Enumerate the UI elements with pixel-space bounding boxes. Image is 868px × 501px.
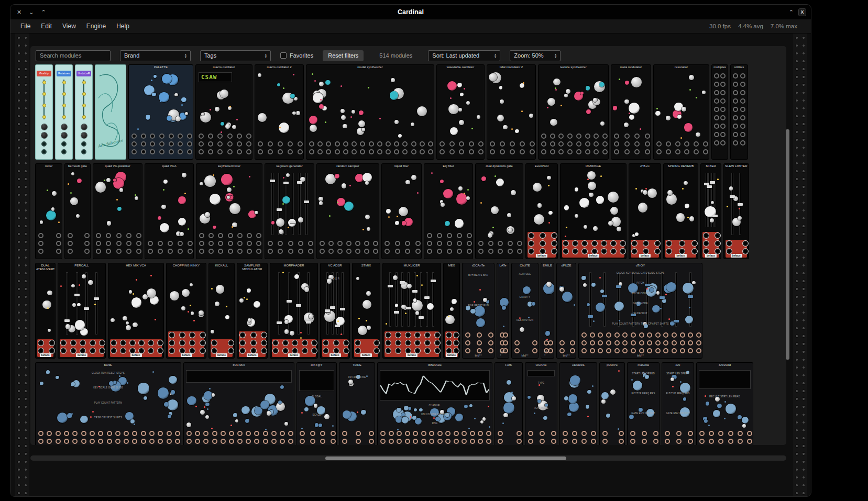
- jack-port: [120, 340, 126, 346]
- tags-dropdown[interactable]: Tags ▴▾: [200, 50, 271, 61]
- module-hex-mix-vca[interactable]: HEX MIX VCAbefaco: [108, 263, 163, 358]
- module-macro-oscillator[interactable]: macro oscillatorCSAW: [196, 65, 252, 159]
- module-dtroy[interactable]: dTrOYCLOCK KEY SCALE GATE SLIDE STEPSPIT…: [579, 263, 702, 358]
- zoom-dropdown[interactable]: Zoom: 50% ▴▾: [510, 50, 561, 61]
- module-quad-vc-polarizer[interactable]: quad VC-polarizer: [93, 164, 142, 259]
- module-chopping-kinky[interactable]: CHOPPING KINKYbefaco: [167, 263, 206, 358]
- module-keyframer-mixer[interactable]: keyframer/mixer: [196, 164, 262, 259]
- module-mex[interactable]: MEXbefaco: [444, 263, 459, 358]
- jack-port: [344, 340, 349, 346]
- module-meta-modulator[interactable]: meta modulator: [611, 65, 651, 159]
- module-oa[interactable]: oAïSTART LEN SPEEDFLT/TYP FREQ RESGATE E…: [662, 363, 694, 445]
- module-bordl[interactable]: bordLCLOCK RUN RESET STEPSKEY SCALE GATE…: [36, 363, 181, 445]
- brand-dropdown[interactable]: Brand ▴▾: [120, 50, 191, 61]
- module-stmix[interactable]: STMIXbefaco: [353, 263, 380, 358]
- module-grabby[interactable]: Grabby: [36, 65, 52, 159]
- menu-help[interactable]: Help: [112, 21, 134, 31]
- menu-edit[interactable]: Edit: [36, 21, 57, 31]
- vertical-scrollbar[interactable]: [786, 129, 789, 360]
- module-dual-dynamics-gate[interactable]: dual dynamics gate: [476, 164, 523, 259]
- expand-icon[interactable]: ⌃: [41, 5, 46, 19]
- module-tiare[interactable]: TiAREFM FREQ FINEbId°°: [339, 363, 375, 445]
- module-wavetable-oscillator[interactable]: wavetable oscillator: [437, 65, 484, 159]
- module-texture-synthesizer[interactable]: texture synthesizer: [539, 65, 608, 159]
- module-a-b-c[interactable]: A*B+Cbefaco: [629, 164, 661, 259]
- favorites-checkbox[interactable]: [280, 52, 287, 59]
- slider-handle: [304, 201, 309, 203]
- jack-port: [477, 340, 482, 346]
- module-rampage[interactable]: RAMPAGEbefaco: [561, 164, 626, 259]
- module-sampling-modulator[interactable]: SAMPLING MODULATORbefaco: [237, 263, 267, 358]
- module-magma[interactable]: maGmaSTART LEN SPEEDFLT/TYP FREQ RESGATE…: [628, 363, 659, 445]
- jack-port: [126, 249, 131, 254]
- module-bernoulli-gate[interactable]: bernoulli gate: [65, 164, 90, 259]
- jack-port: [298, 249, 303, 254]
- module-zo-ma[interactable]: zOù MAïbId°°: [184, 363, 294, 445]
- module-tidal-modulator-2[interactable]: tidal modulator 2: [487, 65, 535, 159]
- module-canard[interactable]: cANARdREC G/T STRT LEN READbId°°: [697, 363, 753, 445]
- led: [417, 192, 419, 194]
- module-mixer[interactable]: MIXERbefaco: [701, 164, 721, 259]
- module-macro-oscillator-2[interactable]: macro oscillator 2: [255, 65, 303, 159]
- module-percall[interactable]: PERCALLbefaco: [58, 263, 105, 358]
- jack-port: [126, 241, 131, 246]
- small-knob: [133, 322, 138, 328]
- module-mixer[interactable]: mixer: [36, 164, 62, 259]
- sort-dropdown[interactable]: Sort: Last updated ▴▾: [428, 50, 500, 61]
- horizontal-scrollbar[interactable]: [30, 455, 786, 461]
- module-limonade[interactable]: lIMonADeCHANNELUNI I/O FINE FM SCANRNGbI…: [378, 363, 492, 445]
- module-utilities[interactable]: utilities: [731, 65, 748, 159]
- menu-view[interactable]: View: [58, 21, 81, 31]
- jack-port: [733, 90, 738, 95]
- module-modal-synthesizer[interactable]: modal synthesizer: [306, 65, 434, 159]
- module-evenvco[interactable]: EvenVCObefaco: [526, 164, 557, 259]
- jack-port: [540, 439, 545, 444]
- module-rotatoes[interactable]: Rotatoes: [56, 65, 72, 159]
- module-morphader[interactable]: MORPHADERbefaco: [270, 263, 317, 358]
- module-undular[interactable]: UnduLaR: [75, 65, 92, 159]
- jack-port: [273, 340, 278, 346]
- reset-filters-button[interactable]: Reset filters: [323, 50, 364, 61]
- module-dual-atenuverter[interactable]: DUAL ATENUVERTERbefaco: [36, 263, 55, 358]
- module-poulpe[interactable]: pOUlPebId°°: [600, 363, 624, 445]
- collapse-icon[interactable]: ⌃: [789, 5, 794, 19]
- module-dfuze[interactable]: dFUZEbId°°: [557, 263, 576, 358]
- shade-icon[interactable]: ⌄: [29, 5, 34, 19]
- horizontal-scrollbar-thumb[interactable]: [325, 457, 566, 460]
- led: [300, 332, 302, 333]
- app-icon[interactable]: X: [798, 8, 806, 16]
- favorites-filter[interactable]: Favorites: [280, 52, 313, 59]
- module-palette[interactable]: PALETTE: [129, 65, 193, 159]
- close-icon[interactable]: ✕: [17, 5, 21, 19]
- slider: [390, 273, 391, 326]
- module-multiples[interactable]: multiples: [712, 65, 728, 159]
- small-knob: [742, 424, 745, 427]
- module-resonator[interactable]: resonator: [654, 65, 709, 159]
- module-edsaros[interactable]: eDsaroSbId°°: [560, 363, 597, 445]
- module-spring-reverb[interactable]: SPRING REVERBbefaco: [664, 164, 698, 259]
- led: [489, 426, 490, 428]
- module-kickall[interactable]: KICKALLbefaco: [209, 263, 234, 358]
- module-tocante[interactable]: tOCAnTeBPH BEATS BARFINE RESET RUNbId°°: [463, 263, 494, 358]
- module-segment-generator[interactable]: segment generator: [265, 164, 314, 259]
- search-input[interactable]: [36, 50, 111, 61]
- module-chute[interactable]: ChUTEALTITUDEGRAVITYRESTITUTIONbId°°: [512, 263, 538, 358]
- jack-port: [558, 149, 564, 154]
- module-vc-adsr[interactable]: VC ADSRA D S Rbefaco: [321, 263, 349, 358]
- module-quad-vca[interactable]: quad VCA: [145, 164, 193, 259]
- module-emile[interactable]: EMILEbId°°: [541, 263, 554, 358]
- module-eq-filter[interactable]: EQ filter: [424, 164, 473, 259]
- module-muxlicer[interactable]: MUXLICERbefaco: [383, 263, 441, 358]
- module-slew-limiter[interactable]: SLEW LIMITERbefaco: [724, 164, 749, 259]
- small-knob: [567, 413, 571, 416]
- module-ouaive[interactable]: OUAIveTYPEPLAY MODEbId°°: [525, 363, 557, 445]
- menu-engine[interactable]: Engine: [82, 21, 111, 31]
- jack-port: [733, 73, 738, 79]
- module-late[interactable]: LATebId°°: [497, 263, 509, 358]
- module-liquid-filter[interactable]: liquid filter: [382, 164, 421, 259]
- module-dikt-t[interactable]: dIKT@TGLOBALSCALEbId°°: [297, 363, 336, 445]
- menu-file[interactable]: File: [16, 21, 35, 31]
- module-blank[interactable]: Aria Salvatrice: [95, 65, 126, 159]
- module-random-sampler[interactable]: random sampler: [317, 164, 379, 259]
- module-fork[interactable]: ForKbId°°: [495, 363, 522, 445]
